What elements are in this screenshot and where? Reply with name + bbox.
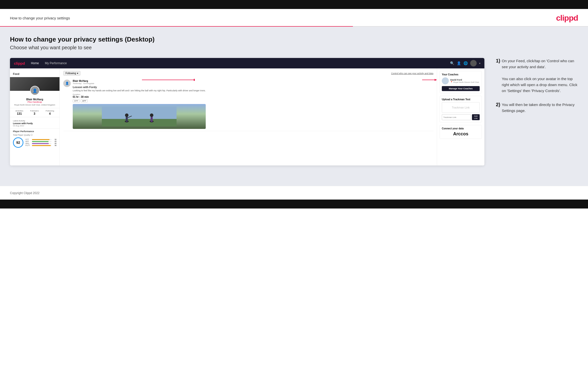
profile-stats: Activities 131 Followers 3 Following 4 (10, 108, 60, 117)
nav-home[interactable]: Home (31, 61, 39, 65)
coach-info: David Ford 📍 Royal North Devon Golf Club (450, 79, 479, 83)
tag-ott: OTT (73, 99, 80, 103)
app-nav: clippd Home My Performance 🔍 👤 🌐 ▾ (10, 58, 484, 68)
golf-scene-svg (73, 106, 206, 126)
bottom-bar (0, 200, 588, 209)
pp-title: Player Performance (13, 130, 57, 133)
top-bar (0, 0, 588, 9)
tag-app: APP (81, 99, 88, 103)
content-row: clippd Home My Performance 🔍 👤 🌐 ▾ Feed (10, 58, 578, 165)
svg-point-10 (150, 113, 153, 117)
control-link[interactable]: Control who can see your activity and da… (391, 72, 433, 75)
post-location: Yesterday · Sunningdale (73, 82, 206, 85)
svg-point-6 (125, 113, 129, 117)
stat-following: Following 4 (46, 110, 54, 115)
trackman-title: Upload a Trackman Test (442, 98, 480, 101)
header: How to change your privacy settings clip… (0, 9, 588, 26)
connect-section: Connect your data Arccos (440, 125, 482, 139)
profile-cover: 👤 (10, 77, 60, 91)
instruction-1-text: On your Feed, click/tap on 'Control who … (502, 58, 578, 94)
post-duration: 01 hr : 30 min (73, 96, 206, 98)
coach-item: David Ford 📍 Royal North Devon Golf Club (442, 77, 480, 84)
instruction-2: 2) You will then be taken directly to th… (496, 102, 578, 114)
feed-tab[interactable]: Feed (10, 71, 60, 77)
latest-activity-date: 03 Aug 2022 (10, 125, 60, 128)
latest-activity-name: Lesson with Fordy (10, 122, 60, 125)
instruction-2-num: 2) (496, 102, 500, 107)
coaches-section: Your Coaches David Ford 📍 Royal North De… (440, 71, 482, 93)
user-avatar[interactable] (470, 60, 477, 66)
coach-club: 📍 Royal North Devon Golf Club (450, 81, 479, 83)
trackman-link-input[interactable] (442, 114, 471, 120)
page-subheading: Choose what you want people to see (10, 45, 578, 51)
avatar-chevron[interactable]: ▾ (479, 62, 480, 65)
post-author-avatar: 👤 (63, 80, 71, 87)
bar-arg: ARG 86 (25, 143, 57, 144)
profile-avatar: 👤 (30, 86, 40, 95)
svg-rect-5 (126, 116, 128, 122)
breadcrumb: How to change your privacy settings (10, 16, 70, 20)
profile-subtitle: Plus Handicap (10, 101, 60, 103)
bar-app: APP 85 (25, 141, 57, 142)
trackman-section: Upload a Trackman Test Trackman Link Add… (440, 96, 482, 122)
page-heading: How to change your privacy settings (Des… (10, 36, 578, 43)
instruction-1-num: 1) (496, 58, 500, 64)
following-row: Following ▾ Control who can see your act… (63, 71, 433, 76)
search-icon[interactable]: 🔍 (450, 61, 454, 65)
post-content: Blair McHarg Yesterday · Sunningdale Les… (73, 80, 206, 129)
svg-rect-2 (102, 106, 177, 119)
middle-panel: Following ▾ Control who can see your act… (60, 68, 437, 165)
main-content: How to change your privacy settings (Des… (0, 27, 588, 186)
arrow-indicator (422, 78, 437, 82)
bar-ott: OTT 90 (25, 139, 57, 140)
following-button[interactable]: Following ▾ (63, 71, 80, 76)
connect-title: Connect your data (442, 127, 480, 130)
tpq-circle: 92 (13, 137, 23, 148)
globe-icon[interactable]: 🌐 (463, 61, 468, 65)
golf-scene (73, 104, 206, 129)
coach-avatar (442, 77, 449, 84)
feed-post: 👤 Blair McHarg Yesterday · Sunningdale L… (63, 78, 433, 131)
player-performance: Player Performance Total Player Quality … (10, 128, 60, 149)
nav-my-performance[interactable]: My Performance (45, 61, 67, 65)
svg-rect-3 (102, 119, 177, 126)
profile-name: Blair McHarg (10, 98, 60, 101)
profile-club: Royal North Devon Golf Club, United King… (10, 104, 60, 106)
post-tags: OTT APP (73, 99, 206, 103)
post-author-name: Blair McHarg (73, 80, 206, 82)
stat-activities: Activities 131 (15, 110, 23, 115)
bar-putt: PUTT 96 (25, 145, 57, 146)
post-image (73, 104, 206, 129)
stat-followers: Followers 3 (30, 110, 39, 115)
clippd-logo: clippd (556, 13, 578, 23)
person-icon[interactable]: 👤 (457, 61, 461, 65)
right-panel: Your Coaches David Ford 📍 Royal North De… (437, 68, 484, 165)
add-link-button[interactable]: Add Link (472, 114, 480, 120)
svg-marker-1 (435, 79, 437, 81)
instruction-1: 1) On your Feed, click/tap on 'Control w… (496, 58, 578, 94)
left-panel: Feed 👤 Blair McHarg Plus Handicap Royal … (10, 68, 60, 165)
tpq-bars: OTT 90 APP 85 ARG (25, 139, 57, 147)
tpq-row: 92 OTT 90 APP 85 (13, 137, 57, 148)
tpq-label: Total Player Quality ⓘ (13, 134, 57, 136)
trackman-placeholder: Trackman Link (442, 102, 480, 113)
location-icon: 📍 (450, 81, 453, 83)
post-title: Lesson with Fordy (73, 86, 206, 89)
app-body: Feed 👤 Blair McHarg Plus Handicap Royal … (10, 68, 484, 165)
instructions-panel: 1) On your Feed, click/tap on 'Control w… (493, 58, 578, 122)
post-duration-label: Duration (73, 93, 206, 96)
post-desc: Looking to feel like my hands are exitin… (73, 89, 206, 92)
arccos-text: Arccos (442, 131, 480, 137)
app-nav-logo: clippd (14, 61, 25, 65)
app-nav-right: 🔍 👤 🌐 ▾ (450, 60, 480, 66)
coach-name: David Ford (450, 79, 479, 81)
copyright: Copyright Clippd 2022 (10, 191, 40, 195)
trackman-input-row: Add Link (442, 114, 480, 120)
instruction-2-text: You will then be taken directly to the P… (502, 102, 578, 114)
footer: Copyright Clippd 2022 (0, 186, 588, 200)
latest-activity-label: Latest Activity (10, 119, 60, 122)
svg-rect-9 (151, 116, 153, 122)
screenshot-mockup: clippd Home My Performance 🔍 👤 🌐 ▾ Feed (10, 58, 484, 165)
coaches-title: Your Coaches (442, 73, 480, 76)
manage-coaches-button[interactable]: Manage Your Coaches (442, 86, 480, 91)
